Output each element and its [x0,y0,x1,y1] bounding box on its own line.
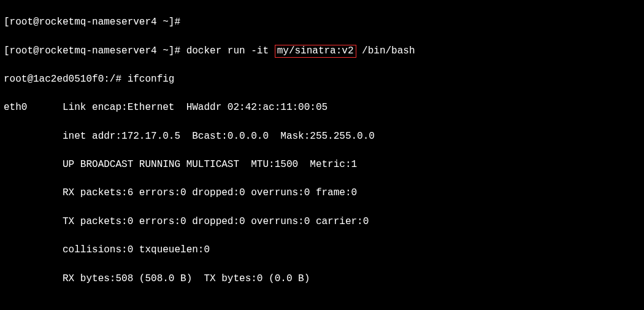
container-prompt-ifconfig: root@1ac2ed0510f0:/# ifconfig [4,72,640,87]
prompt-host-empty: [root@rocketmq-nameserver4 ~]# [4,15,640,29]
ifconfig-eth0-inet: inet addr:172.17.0.5 Bcast:0.0.0.0 Mask:… [4,130,640,144]
ifconfig-eth0-rx-packets: RX packets:6 errors:0 dropped:0 overruns… [4,186,640,200]
ifconfig-eth0-bytes: RX bytes:508 (508.0 B) TX bytes:0 (0.0 B… [4,272,640,286]
ifconfig-eth0-tx-packets: TX packets:0 errors:0 dropped:0 overruns… [4,215,640,229]
image-tag-highlight: my/sinatra:v2 [275,45,356,58]
ifconfig-eth0-collisions: collisions:0 txqueuelen:0 [4,243,640,257]
docker-run-line: [root@rocketmq-nameserver4 ~]# docker ru… [4,44,640,58]
docker-run-cmd-post: /bin/bash [356,45,415,56]
terminal-window[interactable]: [root@rocketmq-nameserver4 ~]# [root@roc… [0,0,644,310]
ifconfig-eth0-flags: UP BROADCAST RUNNING MULTICAST MTU:1500 … [4,158,640,172]
ifconfig-eth0-link: eth0 Link encap:Ethernet HWaddr 02:42:ac… [4,101,640,115]
docker-run-cmd-pre: [root@rocketmq-nameserver4 ~]# docker ru… [4,45,275,56]
